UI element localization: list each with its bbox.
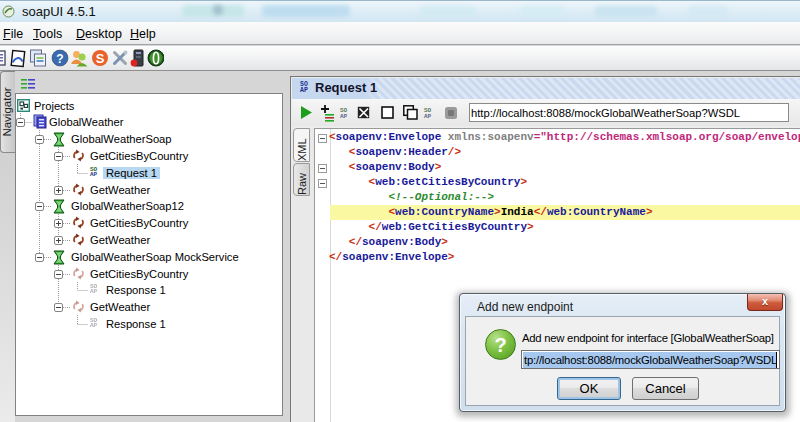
svg-text:S: S xyxy=(96,51,105,66)
svg-text:?: ? xyxy=(56,52,63,66)
svg-text:AP: AP xyxy=(340,113,348,120)
svg-text:AP: AP xyxy=(424,113,432,120)
